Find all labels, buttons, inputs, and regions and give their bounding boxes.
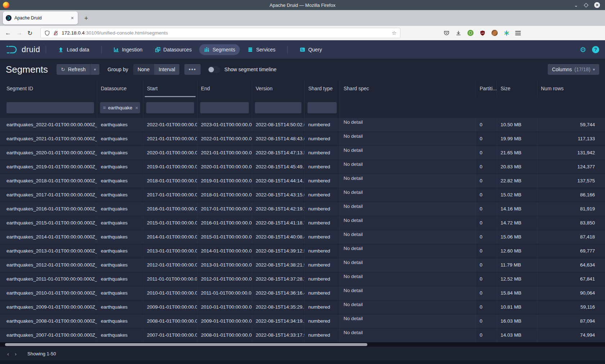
partition-cell[interactable]: 0 — [476, 118, 497, 132]
table-row[interactable]: earthquakes_2018-01-01T00:00:00.000Z_2..… — [0, 174, 605, 188]
version-cell[interactable]: 2022-08-15T14:39:12.5... — [252, 244, 305, 258]
shard-spec-cell[interactable]: No detail — [340, 314, 476, 328]
num-rows-cell[interactable]: 124,377 — [537, 160, 605, 174]
url-bar[interactable]: 172.18.0.4:30109/unified-console.html#se… — [40, 28, 400, 38]
back-icon[interactable]: ← — [5, 29, 11, 37]
start-cell[interactable]: 2007-01-01T00:00:00.0... — [143, 328, 197, 342]
num-rows-cell[interactable]: 69,777 — [537, 244, 605, 258]
segment-id-cell[interactable]: earthquakes_2009-01-01T00:00:00.000Z_2..… — [0, 300, 97, 314]
datasource-cell[interactable]: earthquakes — [97, 314, 143, 328]
datasource-cell[interactable]: earthquakes — [97, 188, 143, 202]
horizontal-scrollbar[interactable] — [0, 342, 605, 347]
ublock-icon[interactable]: uO — [480, 30, 485, 36]
partition-cell[interactable]: 0 — [476, 300, 497, 314]
pocket-icon[interactable] — [444, 30, 449, 36]
partition-cell[interactable]: 0 — [476, 328, 497, 342]
help-icon[interactable]: ? — [592, 46, 599, 53]
size-cell[interactable]: 15.06 MB — [497, 230, 537, 244]
segment-id-cell[interactable]: earthquakes_2020-01-01T00:00:00.000Z_2..… — [0, 146, 97, 160]
shard-type-filter-input[interactable] — [308, 102, 337, 113]
partition-cell[interactable]: 0 — [476, 188, 497, 202]
column-header-end[interactable]: End — [197, 80, 252, 97]
refresh-interval-dropdown[interactable]: ▾ — [90, 64, 100, 75]
tab-close-icon[interactable]: × — [70, 15, 75, 21]
shard-spec-cell[interactable]: No detail — [340, 286, 476, 300]
num-rows-cell[interactable]: 74,994 — [537, 328, 605, 342]
refresh-button[interactable]: ↻ Refresh — [57, 64, 90, 75]
shard-type-cell[interactable]: numbered — [305, 230, 340, 244]
segment-id-cell[interactable]: earthquakes_2008-01-01T00:00:00.000Z_2..… — [0, 314, 97, 328]
maximize-icon[interactable] — [584, 4, 588, 7]
version-cell[interactable]: 2022-08-15T14:42:19.7... — [252, 202, 305, 216]
partition-cell[interactable]: 0 — [476, 160, 497, 174]
version-cell[interactable]: 2022-08-15T14:34:19.1... — [252, 314, 305, 328]
reload-icon[interactable]: ↻ — [27, 29, 32, 37]
end-cell[interactable]: 2013-01-01T00:00:00.0... — [197, 258, 252, 272]
end-cell[interactable]: 2014-01-01T00:00:00.0... — [197, 244, 252, 258]
num-rows-cell[interactable]: 81,919 — [537, 202, 605, 216]
end-cell[interactable]: 2009-01-01T00:00:00.0... — [197, 314, 252, 328]
nav-ingestion[interactable]: Ingestion — [109, 44, 147, 55]
size-cell[interactable]: 15.02 MB — [497, 188, 537, 202]
shard-type-cell[interactable]: numbered — [305, 118, 340, 132]
shard-spec-cell[interactable]: No detail — [340, 244, 476, 258]
insecure-lock-icon[interactable] — [53, 30, 59, 36]
start-cell[interactable]: 2016-01-01T00:00:00.0... — [143, 202, 197, 216]
filter-remove-icon[interactable]: × — [135, 105, 138, 111]
start-cell[interactable]: 2011-01-01T00:00:00.0... — [143, 272, 197, 286]
version-cell[interactable]: 2022-08-15T14:50:02.6... — [252, 118, 305, 132]
column-header-shard-type[interactable]: Shard type — [305, 80, 340, 97]
url-text[interactable]: 172.18.0.4:30109/unified-console.html#se… — [62, 30, 392, 36]
start-cell[interactable]: 2014-01-01T00:00:00.0... — [143, 230, 197, 244]
datasource-cell[interactable]: earthquakes — [97, 258, 143, 272]
num-rows-cell[interactable]: 117,133 — [537, 132, 605, 146]
segment-id-cell[interactable]: earthquakes_2015-01-01T00:00:00.000Z_2..… — [0, 216, 97, 230]
start-cell[interactable]: 2022-01-01T00:00:00.0... — [143, 118, 197, 132]
new-tab-button[interactable]: + — [81, 14, 91, 23]
end-cell[interactable]: 2021-01-01T00:00:00.0... — [197, 146, 252, 160]
shard-type-cell[interactable]: numbered — [305, 132, 340, 146]
size-cell[interactable]: 10.50 MB — [497, 118, 537, 132]
end-cell[interactable]: 2012-01-01T00:00:00.0... — [197, 272, 252, 286]
column-header-size[interactable]: Size — [497, 80, 537, 97]
minimize-icon[interactable]: ⌄ — [574, 3, 578, 8]
end-cell[interactable]: 2018-01-01T00:00:00.0... — [197, 188, 252, 202]
segment-id-cell[interactable]: earthquakes_2021-01-01T00:00:00.000Z_2..… — [0, 132, 97, 146]
shard-type-cell[interactable]: numbered — [305, 314, 340, 328]
segment-id-cell[interactable]: earthquakes_2010-01-01T00:00:00.000Z_2..… — [0, 286, 97, 300]
size-cell[interactable]: 16.03 MB — [497, 314, 537, 328]
version-cell[interactable]: 2022-08-15T14:41:18.7... — [252, 216, 305, 230]
column-header-version[interactable]: Version — [252, 80, 305, 97]
start-cell[interactable]: 2020-01-01T00:00:00.0... — [143, 146, 197, 160]
table-row[interactable]: earthquakes_2015-01-01T00:00:00.000Z_2..… — [0, 216, 605, 230]
datasource-cell[interactable]: earthquakes — [97, 146, 143, 160]
shard-spec-cell[interactable]: No detail — [340, 272, 476, 286]
shard-spec-cell[interactable]: No detail — [340, 230, 476, 244]
version-cell[interactable]: 2022-08-15T14:45:49.1... — [252, 160, 305, 174]
shard-spec-cell[interactable]: No detail — [340, 328, 476, 342]
extension-asterisk-icon[interactable] — [504, 30, 510, 36]
segment-id-cell[interactable]: earthquakes_2016-01-01T00:00:00.000Z_2..… — [0, 202, 97, 216]
shard-type-cell[interactable]: numbered — [305, 328, 340, 342]
datasource-filter-input[interactable]: = earthquake × — [100, 102, 140, 113]
shard-spec-cell[interactable]: No detail — [340, 216, 476, 230]
column-header-segment-id[interactable]: Segment ID — [0, 80, 97, 97]
shard-type-cell[interactable]: numbered — [305, 272, 340, 286]
version-cell[interactable]: 2022-08-15T14:40:08.4... — [252, 230, 305, 244]
start-cell[interactable]: 2013-01-01T00:00:00.0... — [143, 244, 197, 258]
prev-page-icon[interactable]: ‹ — [4, 350, 12, 358]
version-cell[interactable]: 2022-08-15T14:37:28.7... — [252, 272, 305, 286]
cookie-icon[interactable] — [492, 30, 498, 36]
size-cell[interactable]: 14.03 MB — [497, 328, 537, 342]
num-rows-cell[interactable]: 59,744 — [537, 118, 605, 132]
start-cell[interactable]: 2008-01-01T00:00:00.0... — [143, 314, 197, 328]
datasource-cell[interactable]: earthquakes — [97, 286, 143, 300]
size-cell[interactable]: 20.83 MB — [497, 160, 537, 174]
shard-type-cell[interactable]: numbered — [305, 258, 340, 272]
shard-type-cell[interactable]: numbered — [305, 300, 340, 314]
partition-cell[interactable]: 0 — [476, 272, 497, 286]
shard-spec-cell[interactable]: No detail — [340, 202, 476, 216]
version-cell[interactable]: 2022-08-15T14:48:43.0... — [252, 132, 305, 146]
segment-id-filter-input[interactable] — [6, 102, 94, 113]
size-cell[interactable]: 14.72 MB — [497, 216, 537, 230]
